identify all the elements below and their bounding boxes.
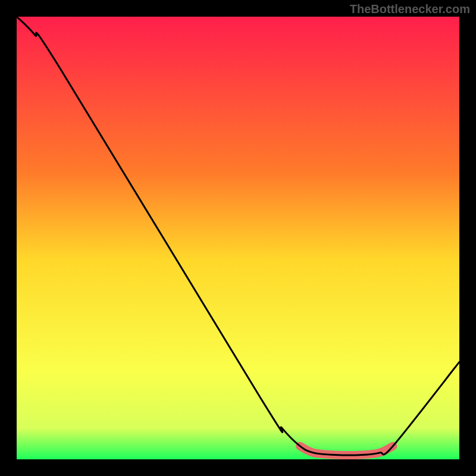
chart-background [17,17,459,459]
bottleneck-chart [17,17,459,459]
chart-svg [17,17,459,459]
watermark-text: TheBottlenecker.com [350,2,470,16]
